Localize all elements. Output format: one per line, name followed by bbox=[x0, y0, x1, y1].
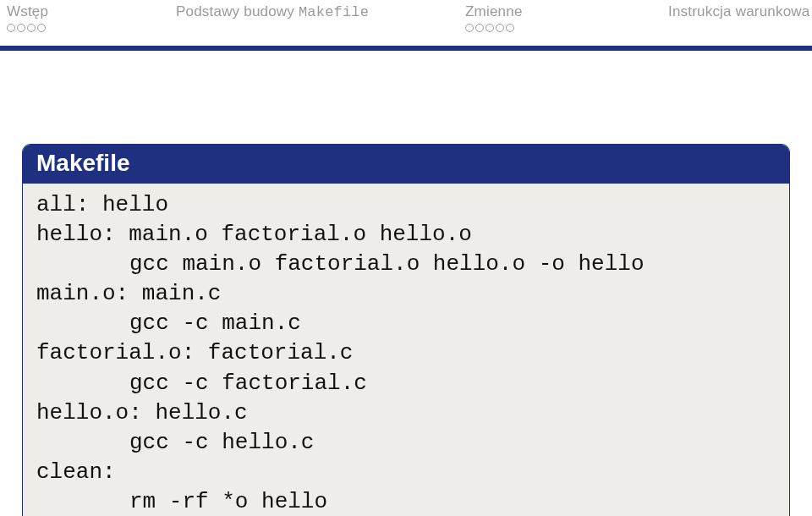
progress-dot-icon bbox=[475, 24, 484, 32]
block-title: Makefile bbox=[36, 150, 130, 176]
progress-dot-icon bbox=[486, 24, 494, 32]
nav-label-podstawy-text: Podstawy budowy bbox=[176, 3, 299, 19]
nav-section-podstawy[interactable]: Podstawy budowy Makefile bbox=[176, 3, 457, 20]
code-line: gcc -c hello.c bbox=[36, 428, 776, 458]
nav-label-zmienne: Zmienne bbox=[465, 3, 523, 20]
code-line: hello: main.o factorial.o hello.o bbox=[36, 222, 472, 247]
nav-section-wstep[interactable]: Wstęp bbox=[7, 3, 167, 32]
code-line: factorial.o: factorial.c bbox=[36, 340, 353, 365]
progress-dot-icon bbox=[7, 24, 15, 32]
progress-dot-icon bbox=[496, 24, 504, 32]
nav-section-instrukcja[interactable]: Instrukcja warunkowa bbox=[668, 3, 809, 20]
progress-dot-icon bbox=[37, 24, 46, 32]
slide-content: Makefile all: hello hello: main.o factor… bbox=[0, 51, 812, 516]
nav-label-podstawy-code: Makefile bbox=[299, 4, 369, 20]
progress-dot-icon bbox=[17, 24, 25, 32]
progress-dots-wstep bbox=[7, 24, 46, 32]
code-line: clean: bbox=[36, 459, 116, 485]
block-body: all: hello hello: main.o factorial.o hel… bbox=[23, 184, 789, 516]
code-line: gcc -c factorial.c bbox=[36, 369, 776, 398]
progress-dots-zmienne bbox=[465, 24, 514, 32]
progress-dot-icon bbox=[465, 24, 474, 32]
code-line: all: hello bbox=[36, 192, 168, 217]
nav-label-wstep: Wstęp bbox=[7, 3, 48, 20]
code-line: gcc -c main.c bbox=[36, 309, 776, 338]
code-line: rm -rf *o hello bbox=[36, 487, 776, 516]
top-nav: Wstęp Podstawy budowy Makefile Zmienne I… bbox=[0, 0, 812, 46]
nav-label-instrukcja: Instrukcja warunkowa bbox=[668, 3, 809, 20]
code-line: hello.o: hello.c bbox=[36, 400, 248, 425]
code-line: main.o: main.c bbox=[36, 281, 221, 306]
code-line: gcc main.o factorial.o hello.o -o hello bbox=[36, 250, 776, 279]
progress-dot-icon bbox=[506, 24, 514, 32]
makefile-block: Makefile all: hello hello: main.o factor… bbox=[22, 144, 790, 516]
nav-section-zmienne[interactable]: Zmienne bbox=[465, 3, 660, 32]
nav-label-podstawy: Podstawy budowy Makefile bbox=[176, 3, 369, 20]
block-title-bar: Makefile bbox=[23, 145, 789, 184]
progress-dot-icon bbox=[27, 24, 36, 32]
